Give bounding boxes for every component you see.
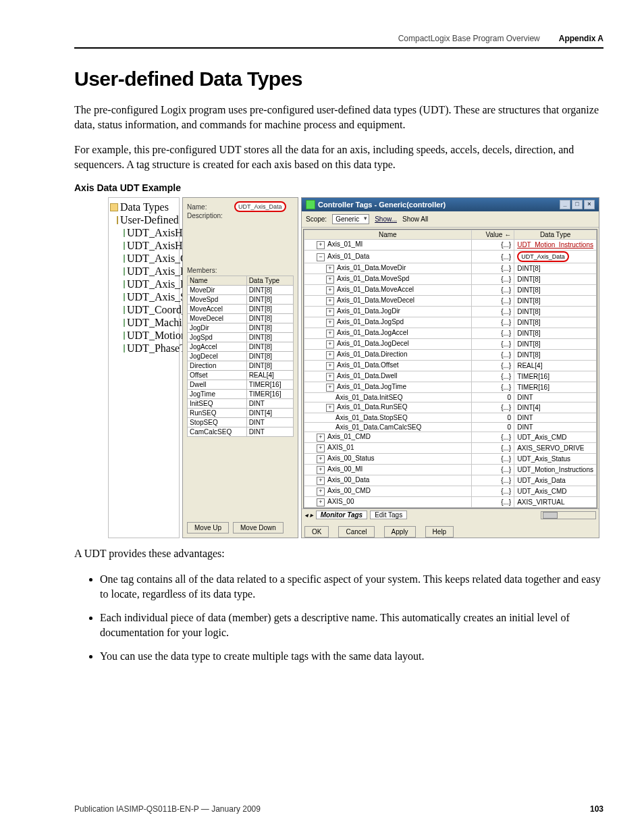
expand-icon[interactable]: − <box>317 253 325 261</box>
tag-row[interactable]: +Axis_01_CMD{...}UDT_Axis_CMD <box>304 432 597 443</box>
tag-row[interactable]: +Axis_00_Data{...}UDT_Axis_Data <box>304 475 597 486</box>
member-row[interactable]: OffsetREAL[4] <box>188 371 294 380</box>
tag-row[interactable]: +Axis_01_MI{...}UDT_Motion_Instructions <box>304 240 597 251</box>
tag-row[interactable]: +Axis_01_Data.RunSEQ{...}DINT[4] <box>304 402 597 413</box>
tag-row[interactable]: −Axis_01_Data{...}UDT_Axis_Data <box>304 251 597 263</box>
expand-icon[interactable]: + <box>326 351 334 359</box>
member-row[interactable]: DwellTIMER[16] <box>188 380 294 390</box>
tag-row[interactable]: Axis_01_Data.InitSEQ0DINT <box>304 393 597 402</box>
tag-row[interactable]: +Axis_01_Data.MoveDecel{...}DINT[8] <box>304 296 597 307</box>
tree-item[interactable]: UDT_Axis_St <box>124 291 178 303</box>
member-row[interactable]: MoveDirDINT[8] <box>188 286 294 295</box>
edit-tags-tab[interactable]: Edit Tags <box>370 511 407 519</box>
tag-row[interactable]: +Axis_01_Data.MoveAccel{...}DINT[8] <box>304 285 597 296</box>
member-row[interactable]: JogSpdDINT[8] <box>188 333 294 342</box>
member-row[interactable]: MoveDecelDINT[8] <box>188 314 294 323</box>
tag-row[interactable]: +Axis_01_Data.JogAccel{...}DINT[8] <box>304 328 597 339</box>
monitor-tags-tab[interactable]: Monitor Tags <box>316 511 367 519</box>
tag-row[interactable]: +Axis_01_Data.Direction{...}DINT[8] <box>304 350 597 361</box>
minimize-icon[interactable]: _ <box>560 200 570 209</box>
tag-row[interactable]: +Axis_00_MI{...}UDT_Motion_Instructions <box>304 465 597 475</box>
tag-row[interactable]: +AXIS_01{...}AXIS_SERVO_DRIVE <box>304 443 597 454</box>
expand-icon[interactable]: + <box>326 384 334 392</box>
tag-row[interactable]: Axis_01_Data.StopSEQ0DINT <box>304 413 597 423</box>
member-row[interactable]: JogDirDINT[8] <box>188 323 294 333</box>
tag-row[interactable]: +Axis_01_Data.JogSpd{...}DINT[8] <box>304 317 597 328</box>
expand-icon[interactable]: + <box>326 319 334 327</box>
expand-icon[interactable]: + <box>317 498 325 506</box>
member-row[interactable]: StopSEQDINT <box>188 418 294 427</box>
tree-folder[interactable]: User-Defined <box>117 214 178 226</box>
member-row[interactable]: DirectionDINT[8] <box>188 361 294 371</box>
member-row[interactable]: JogTimeTIMER[16] <box>188 390 294 399</box>
expand-icon[interactable]: + <box>326 373 334 381</box>
expand-icon[interactable]: + <box>326 276 334 284</box>
member-row[interactable]: RunSEQDINT[4] <box>188 409 294 418</box>
help-button[interactable]: Help <box>425 526 454 538</box>
tag-type: DINT <box>514 423 597 432</box>
move-up-button[interactable]: Move Up <box>187 522 229 533</box>
expand-icon[interactable]: + <box>317 477 325 485</box>
expand-icon[interactable]: + <box>317 488 325 496</box>
expand-icon[interactable]: + <box>326 286 334 294</box>
tree-item[interactable]: UDT_Machine <box>124 317 178 329</box>
member-row[interactable]: CamCalcSEQDINT <box>188 427 294 437</box>
member-row[interactable]: InitSEQDINT <box>188 399 294 409</box>
tree-item[interactable]: UDT_Coord_I <box>124 304 178 316</box>
tags-titlebar[interactable]: Controller Tags - Generic(controller) _ … <box>302 198 599 211</box>
expand-icon[interactable]: + <box>317 455 325 463</box>
expand-icon[interactable]: + <box>317 434 325 442</box>
tree-item[interactable]: UDT_Axis_CMD <box>124 253 178 265</box>
show-link[interactable]: Show... <box>375 215 397 223</box>
tag-value: {...} <box>471 497 514 508</box>
tag-row[interactable]: Axis_01_Data.CamCalcSEQ0DINT <box>304 423 597 432</box>
expand-icon[interactable]: + <box>326 362 334 370</box>
expand-icon[interactable]: + <box>317 466 325 474</box>
member-row[interactable]: MoveSpdDINT[8] <box>188 295 294 305</box>
members-col-type[interactable]: Data Type <box>246 276 293 286</box>
tags-col-type[interactable]: Data Type <box>514 230 597 240</box>
expand-icon[interactable]: + <box>326 297 334 305</box>
tag-row[interactable]: +Axis_01_Data.JogDir{...}DINT[8] <box>304 307 597 317</box>
member-name: JogDir <box>188 323 247 333</box>
member-row[interactable]: JogAccelDINT[8] <box>188 342 294 352</box>
cancel-button[interactable]: Cancel <box>338 526 374 538</box>
expand-icon[interactable]: + <box>317 444 325 452</box>
tag-row[interactable]: +Axis_01_Data.Dwell{...}TIMER[16] <box>304 371 597 382</box>
tag-row[interactable]: +Axis_01_Data.JogTime{...}TIMER[16] <box>304 382 597 393</box>
tag-row[interactable]: +Axis_00_CMD{...}UDT_Axis_CMD <box>304 486 597 497</box>
horizontal-scrollbar[interactable] <box>541 511 596 519</box>
member-row[interactable]: MoveAccelDINT[8] <box>188 305 294 314</box>
maximize-icon[interactable]: □ <box>572 200 583 209</box>
expand-icon[interactable]: + <box>326 340 334 348</box>
tag-row[interactable]: +Axis_01_Data.Offset{...}REAL[4] <box>304 361 597 371</box>
tree-item[interactable]: UDT_Motion_ <box>124 330 178 342</box>
tag-row[interactable]: +Axis_01_Data.JogDecel{...}DINT[8] <box>304 339 597 350</box>
expand-icon[interactable]: + <box>326 330 334 338</box>
expand-icon[interactable]: + <box>326 308 334 316</box>
expand-icon[interactable]: + <box>326 404 334 412</box>
tag-row[interactable]: +Axis_00_Status{...}UDT_Axis_Status <box>304 454 597 465</box>
ok-button[interactable]: OK <box>304 526 329 538</box>
tags-col-value[interactable]: Value <box>486 231 503 238</box>
tag-row[interactable]: +Axis_01_Data.MoveDir{...}DINT[8] <box>304 263 597 274</box>
move-down-button[interactable]: Move Down <box>233 522 284 533</box>
show-all-label: Show All <box>402 215 428 223</box>
tree-root[interactable]: Data Types <box>110 201 178 213</box>
tree-item[interactable]: UDT_PhaseTi <box>124 342 178 355</box>
member-row[interactable]: JogDecelDINT[8] <box>188 352 294 361</box>
tree-item[interactable]: UDT_AxisHistory_CTRL <box>124 227 178 239</box>
members-col-name[interactable]: Name <box>188 276 247 286</box>
tags-col-name[interactable]: Name <box>304 230 472 240</box>
tree-item[interactable]: UDT_Axis_Data <box>124 265 178 278</box>
expand-icon[interactable]: + <box>317 241 325 249</box>
scope-combo[interactable]: Generic <box>332 214 369 224</box>
tag-row[interactable]: +AXIS_00{...}AXIS_VIRTUAL <box>304 497 597 508</box>
expand-icon[interactable]: + <box>326 265 334 273</box>
apply-button[interactable]: Apply <box>384 526 416 538</box>
pencil-icon <box>306 200 315 209</box>
tree-item[interactable]: UDT_Axis_Hc <box>124 278 178 290</box>
tree-item[interactable]: UDT_AxisHistory_DLM <box>124 240 178 252</box>
tag-row[interactable]: +Axis_01_Data.MoveSpd{...}DINT[8] <box>304 274 597 285</box>
close-icon[interactable]: × <box>584 200 595 209</box>
